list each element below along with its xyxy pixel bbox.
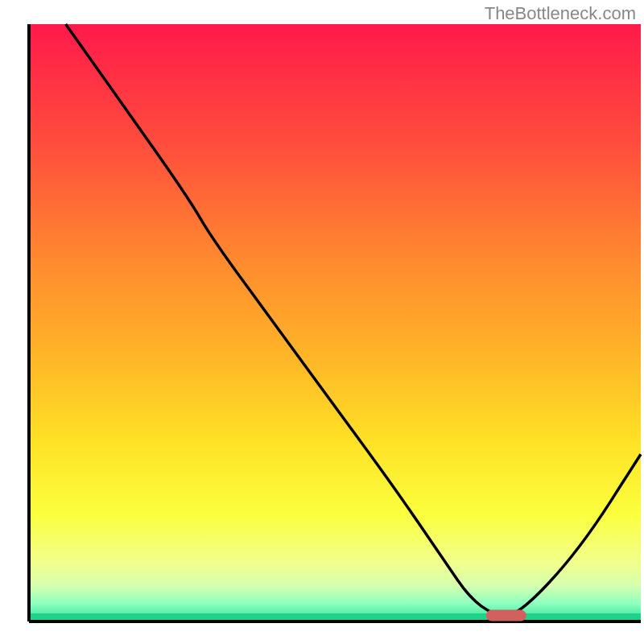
chart-container: { "watermark": "TheBottleneck.com", "cha…: [0, 0, 644, 644]
plot-background: [29, 24, 641, 621]
optimal-marker: [486, 610, 526, 621]
watermark-text: TheBottleneck.com: [485, 3, 636, 24]
bottleneck-chart: [0, 0, 644, 644]
